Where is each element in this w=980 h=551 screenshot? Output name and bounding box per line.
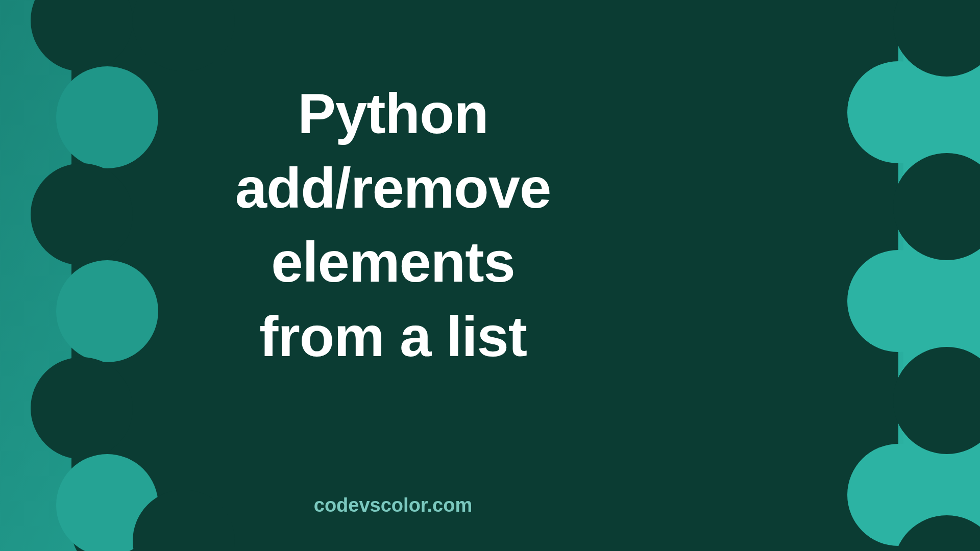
banner-canvas: Pythonadd/removeelementsfrom a list code… — [0, 0, 980, 551]
banner-title: Pythonadd/removeelementsfrom a list — [0, 77, 786, 373]
attribution-text: codevscolor.com — [0, 494, 786, 516]
right-teal-band — [903, 0, 980, 551]
